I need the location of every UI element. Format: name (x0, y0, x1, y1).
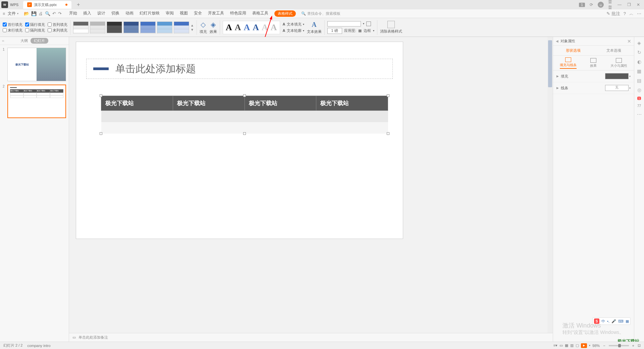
qat-print-icon[interactable]: 🖨 (39, 11, 43, 16)
user-name[interactable]: 普普 (607, 0, 613, 10)
qat-preview-icon[interactable]: 🔍 (45, 11, 50, 16)
tab-design[interactable]: 设计 (97, 10, 105, 17)
titlebar-right: 1 ⟳ ☺ 普普 — ❐ ✕ (579, 0, 643, 10)
unsaved-dot-icon (65, 4, 67, 6)
clear-style-button[interactable]: 清除表格样式 (380, 21, 402, 34)
border-options: ▾ 1 磅应用至:▦边框▾ (327, 21, 374, 34)
tab-tabletools[interactable]: 表格工具 (252, 10, 268, 17)
fill-icon: ◇ (201, 20, 206, 29)
search-icon: 🔍 (301, 11, 306, 16)
app-name: WPS (10, 3, 18, 7)
tab-special[interactable]: 特色应用 (230, 10, 246, 17)
tab-view[interactable]: 视图 (180, 10, 188, 17)
minimize-button[interactable]: — (616, 2, 623, 7)
wordart-5[interactable]: A (262, 22, 268, 33)
titlebar: W WPS P 演示文稿.pptx + 1 ⟳ ☺ 普普 — ❐ ✕ (0, 0, 644, 9)
chk-first-row[interactable]: 首行填充 (3, 22, 22, 27)
text-effect-button[interactable]: A文本效果 (307, 21, 322, 34)
tab-transition[interactable]: 切换 (111, 10, 119, 17)
border-menu[interactable]: 边框 (364, 28, 371, 33)
tab-security[interactable]: 安全 (194, 10, 202, 17)
wordart-1[interactable]: A (226, 22, 232, 33)
chk-banded-row[interactable]: 隔行填充 (25, 22, 45, 27)
apply-to-icon[interactable]: ▦ (358, 29, 362, 33)
qat-undo-icon[interactable]: ↶ (52, 11, 56, 16)
collapse-ribbon-button[interactable]: ︿ (629, 11, 634, 17)
tab-review[interactable]: 审阅 (166, 10, 174, 17)
restore-button[interactable]: ❐ (626, 2, 632, 7)
qat-save-icon[interactable]: 💾 (31, 11, 37, 16)
border-color-icon[interactable] (366, 21, 371, 26)
sync-icon[interactable]: ⟳ (588, 2, 594, 7)
wordart-4[interactable]: A (253, 22, 259, 33)
fill-options: 首行填充 隔行填充 首列填充 末行填充 隔列填充 末列填充 (3, 22, 67, 33)
effect-button[interactable]: ◈效果 (210, 20, 217, 34)
text-fill-button[interactable]: A文本填充▾ (283, 22, 304, 27)
table-style-6[interactable] (157, 21, 172, 34)
help-button[interactable]: ? (624, 11, 626, 16)
table-style-5[interactable] (140, 21, 156, 34)
notif-badge[interactable]: 1 (579, 3, 585, 7)
new-tab-button[interactable]: + (74, 2, 83, 8)
document-tab-label: 演示文稿.pptx (34, 2, 57, 7)
wordart-gallery: A A A A A A (223, 21, 280, 34)
style-gallery-nav[interactable]: ▲▼ (191, 21, 194, 34)
tab-slideshow[interactable]: 幻灯片放映 (140, 10, 160, 17)
chk-first-col[interactable]: 首列填充 (48, 22, 67, 27)
chk-last-col[interactable]: 末列填充 (48, 28, 67, 33)
qat-open-icon[interactable]: 📂 (24, 11, 29, 16)
file-menu[interactable]: 文件▾ (6, 10, 20, 17)
close-button[interactable]: ✕ (635, 2, 641, 7)
effect-icon: ◈ (211, 20, 216, 29)
tab-start[interactable]: 开始 (69, 10, 77, 17)
menu-tabs: 开始 插入 设计 切换 动画 幻灯片放映 审阅 视图 安全 开发工具 特色应用 … (69, 10, 296, 17)
text-outline-button[interactable]: A文本轮廓▾ (283, 28, 304, 33)
ppt-icon: P (27, 2, 32, 7)
tab-devtools[interactable]: 开发工具 (208, 10, 224, 17)
more-button[interactable]: ⋯ (637, 11, 641, 16)
line-weight-input[interactable]: 1 磅 (327, 28, 342, 34)
table-style-2[interactable] (90, 21, 105, 34)
text-effect-icon: A (312, 21, 316, 29)
annotate-button[interactable]: ✎ 批注 (606, 11, 620, 17)
command-search[interactable]: 🔍 查找命令、搜索模板 (301, 11, 340, 16)
table-style-7[interactable] (174, 21, 189, 34)
menubar: ≡ 文件▾ 📂 💾 🖨 🔍 ↶ ↷ 开始 插入 设计 切换 动画 幻灯片放映 审… (0, 9, 644, 18)
chk-banded-col[interactable]: 隔列填充 (25, 28, 45, 33)
line-style-select[interactable] (327, 21, 361, 27)
table-style-1[interactable] (73, 21, 89, 34)
table-style-gallery: ▲▼ (73, 21, 194, 34)
text-options: A文本填充▾ A文本轮廓▾ (283, 22, 304, 33)
tab-insert[interactable]: 插入 (83, 10, 91, 17)
table-style-4[interactable] (123, 21, 139, 34)
table-style-3[interactable] (107, 21, 122, 34)
tab-tablestyle[interactable]: 表格样式 (274, 10, 296, 17)
tab-animation[interactable]: 动画 (125, 10, 133, 17)
fill-button[interactable]: ◇填充 (200, 20, 207, 34)
wordart-2[interactable]: A (235, 22, 241, 33)
wordart-3[interactable]: A (244, 22, 250, 33)
qat-redo-icon[interactable]: ↷ (58, 11, 62, 16)
app-logo-icon: W (1, 1, 8, 8)
clear-icon (387, 21, 395, 28)
wordart-6[interactable]: A (271, 22, 277, 33)
document-tab[interactable]: P 演示文稿.pptx (23, 1, 71, 9)
ribbon: 首行填充 隔行填充 首列填充 末行填充 隔列填充 末列填充 ▲▼ ◇填充 ◈效果… (0, 18, 644, 37)
avatar-icon[interactable]: ☺ (598, 2, 604, 8)
chk-last-row[interactable]: 末行填充 (3, 28, 22, 33)
menu-icon[interactable]: ≡ (3, 11, 5, 16)
